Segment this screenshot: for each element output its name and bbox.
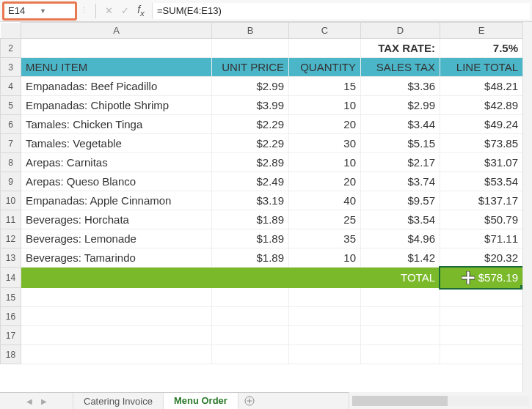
cell-total[interactable]: $53.54	[440, 172, 523, 191]
col-header-price[interactable]: UNIT PRICE	[212, 58, 289, 77]
cell-item[interactable]: Arepas: Carnitas	[21, 153, 212, 172]
col-header-D[interactable]: D	[361, 23, 440, 39]
cell-item[interactable]: Beverages: Tamarindo	[21, 248, 212, 268]
cell-total[interactable]: $20.32	[440, 248, 523, 268]
cell-price[interactable]: $1.89	[212, 210, 289, 229]
cell-tax[interactable]: $2.17	[361, 153, 440, 172]
cell[interactable]	[212, 288, 289, 307]
row-header[interactable]: 18	[1, 345, 21, 364]
cell-price[interactable]: $3.99	[212, 96, 289, 115]
select-all-corner[interactable]	[1, 23, 21, 39]
cell-item[interactable]: Empanadas: Apple Cinnamon	[21, 191, 212, 210]
cell-C14[interactable]	[289, 268, 361, 288]
total-value-cell[interactable]: $578.19	[440, 268, 523, 288]
formula-input[interactable]: =SUM(E4:E13)	[152, 3, 530, 19]
cell[interactable]	[440, 307, 523, 326]
enter-icon[interactable]: ✓	[117, 5, 133, 16]
cell-tax[interactable]: $5.15	[361, 134, 440, 153]
cell[interactable]	[440, 288, 523, 307]
total-label[interactable]: TOTAL	[361, 268, 440, 288]
cell-price[interactable]: $1.89	[212, 248, 289, 268]
col-header-A[interactable]: A	[21, 23, 212, 39]
cell-qty[interactable]: 10	[289, 248, 361, 268]
row-header[interactable]: 6	[1, 115, 21, 134]
col-header-tax[interactable]: SALES TAX	[361, 58, 440, 77]
cell[interactable]	[21, 288, 212, 307]
row-header[interactable]: 7	[1, 134, 21, 153]
row-header[interactable]: 11	[1, 210, 21, 229]
row-header[interactable]: 14	[1, 268, 21, 288]
cell-tax[interactable]: $2.99	[361, 96, 440, 115]
cell-qty[interactable]: 15	[289, 77, 361, 96]
tax-rate-label[interactable]: TAX RATE:	[361, 39, 440, 58]
cell-item[interactable]: Empanadas: Beef Picadillo	[21, 77, 212, 96]
horizontal-scrollbar[interactable]	[349, 392, 532, 409]
cell[interactable]	[212, 307, 289, 326]
col-header-qty[interactable]: QUANTITY	[289, 58, 361, 77]
cell-C2[interactable]	[289, 39, 361, 58]
col-header-item[interactable]: MENU ITEM	[21, 58, 212, 77]
cell-A2[interactable]	[21, 39, 212, 58]
sheet-tab[interactable]: Catering Invoice	[73, 393, 164, 409]
cell-total[interactable]: $31.07	[440, 153, 523, 172]
cell-item[interactable]: Beverages: Horchata	[21, 210, 212, 229]
cell-qty[interactable]: 20	[289, 115, 361, 134]
cell-tax[interactable]: $3.44	[361, 115, 440, 134]
row-header[interactable]: 10	[1, 191, 21, 210]
vertical-scrollbar[interactable]	[522, 22, 532, 392]
cell[interactable]	[361, 307, 440, 326]
tab-nav-prev-icon[interactable]: ◀	[26, 397, 32, 405]
cell-item[interactable]: Tamales: Chicken Tinga	[21, 115, 212, 134]
cell-tax[interactable]: $4.96	[361, 229, 440, 248]
cell-tax[interactable]: $3.74	[361, 172, 440, 191]
cell-total[interactable]: $71.11	[440, 229, 523, 248]
cell[interactable]	[212, 345, 289, 364]
cell-qty[interactable]: 10	[289, 96, 361, 115]
row-header[interactable]: 17	[1, 326, 21, 345]
cell[interactable]	[21, 345, 212, 364]
cell[interactable]	[289, 345, 361, 364]
cell-price[interactable]: $2.89	[212, 153, 289, 172]
cell-item[interactable]: Tamales: Vegetable	[21, 134, 212, 153]
cell-price[interactable]: $1.89	[212, 229, 289, 248]
row-header[interactable]: 13	[1, 248, 21, 268]
tax-rate-value[interactable]: 7.5%	[440, 39, 523, 58]
col-header-total[interactable]: LINE TOTAL	[440, 58, 523, 77]
row-header[interactable]: 9	[1, 172, 21, 191]
row-header[interactable]: 8	[1, 153, 21, 172]
row-header[interactable]: 3	[1, 58, 21, 77]
cancel-icon[interactable]: ✕	[101, 5, 117, 16]
cell[interactable]	[361, 326, 440, 345]
chevron-down-icon[interactable]: ▼	[40, 7, 71, 15]
fx-icon[interactable]: fx	[133, 4, 149, 18]
cell[interactable]	[21, 307, 212, 326]
cell[interactable]	[440, 326, 523, 345]
cell[interactable]	[361, 345, 440, 364]
cell-item[interactable]: Beverages: Lemonade	[21, 229, 212, 248]
cell[interactable]	[361, 288, 440, 307]
cell-price[interactable]: $2.29	[212, 134, 289, 153]
cell-qty[interactable]: 40	[289, 191, 361, 210]
cell-tax[interactable]: $1.42	[361, 248, 440, 268]
cell-tax[interactable]: $3.36	[361, 77, 440, 96]
tab-nav-buttons[interactable]: ◀ ▶	[0, 393, 73, 409]
row-header[interactable]: 5	[1, 96, 21, 115]
cell-price[interactable]: $2.29	[212, 115, 289, 134]
cell-tax[interactable]: $9.57	[361, 191, 440, 210]
cell-qty[interactable]: 20	[289, 172, 361, 191]
row-header[interactable]: 4	[1, 77, 21, 96]
cell-A14[interactable]	[21, 268, 212, 288]
row-header[interactable]: 16	[1, 307, 21, 326]
cell-total[interactable]: $137.17	[440, 191, 523, 210]
cell-total[interactable]: $48.21	[440, 77, 523, 96]
cell-qty[interactable]: 30	[289, 134, 361, 153]
row-header[interactable]: 2	[1, 39, 21, 58]
scrollbar-thumb[interactable]	[352, 396, 448, 406]
cell-total[interactable]: $50.79	[440, 210, 523, 229]
cell[interactable]	[289, 326, 361, 345]
cell-qty[interactable]: 35	[289, 229, 361, 248]
cell-total[interactable]: $42.89	[440, 96, 523, 115]
col-header-E[interactable]: E	[440, 23, 523, 39]
cell[interactable]	[289, 288, 361, 307]
add-sheet-button[interactable]	[238, 393, 260, 409]
